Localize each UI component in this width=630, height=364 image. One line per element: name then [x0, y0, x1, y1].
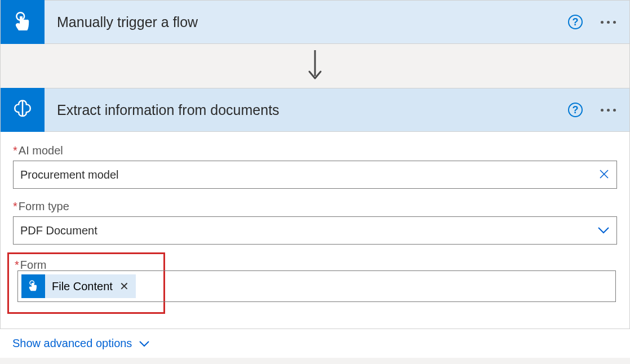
token-label: File Content — [52, 280, 113, 293]
trigger-title: Manually trigger a flow — [57, 14, 568, 30]
token-remove-icon[interactable]: ✕ — [119, 279, 129, 293]
chevron-down-icon[interactable] — [597, 224, 610, 237]
action-card-body: *AI model Procurement model *Form type P… — [0, 132, 630, 329]
flow-arrow-connector — [0, 44, 630, 88]
chevron-down-icon — [139, 340, 150, 347]
brain-icon — [1, 88, 45, 132]
action-card-header[interactable]: Extract information from documents ? — [0, 88, 630, 132]
form-label: *Form — [15, 259, 159, 272]
form-type-field: *Form type PDF Document — [13, 200, 617, 245]
form-type-select[interactable]: PDF Document — [13, 216, 617, 245]
show-advanced-label: Show advanced options — [12, 337, 132, 350]
more-menu-button[interactable] — [598, 19, 618, 26]
show-advanced-options-link[interactable]: Show advanced options — [0, 329, 630, 358]
help-icon[interactable]: ? — [568, 15, 583, 29]
file-content-token[interactable]: File Content ✕ — [21, 274, 136, 298]
ai-model-field: *AI model Procurement model — [13, 144, 617, 189]
form-type-value: PDF Document — [20, 224, 97, 237]
form-input[interactable]: File Content ✕ — [17, 270, 616, 302]
more-menu-button[interactable] — [598, 106, 618, 114]
trigger-card-header[interactable]: Manually trigger a flow ? — [0, 0, 630, 44]
help-icon[interactable]: ? — [568, 103, 583, 117]
touch-icon — [21, 274, 45, 298]
ai-model-label: *AI model — [13, 144, 617, 157]
ai-model-input[interactable]: Procurement model — [13, 161, 617, 189]
ai-model-value: Procurement model — [20, 168, 119, 181]
touch-icon — [1, 0, 45, 44]
action-title: Extract information from documents — [57, 102, 568, 118]
clear-icon[interactable] — [598, 166, 610, 184]
form-type-label: *Form type — [13, 200, 617, 213]
